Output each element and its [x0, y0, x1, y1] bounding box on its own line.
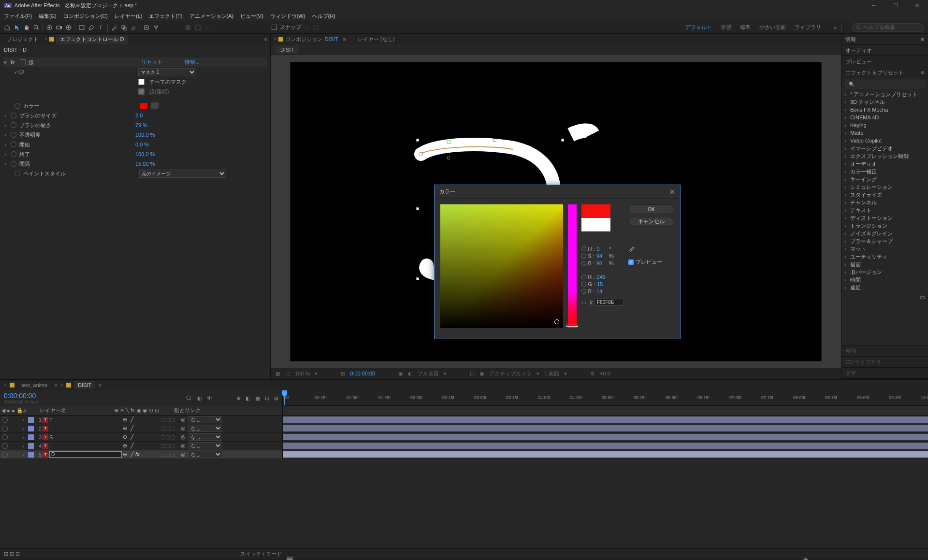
parent-link-select[interactable]: なし: [188, 442, 222, 449]
visibility-toggle[interactable]: [2, 452, 8, 458]
stopwatch-icon[interactable]: [11, 113, 16, 118]
effects-category[interactable]: ›キーイング: [844, 175, 925, 183]
folder-icon[interactable]: 🗀: [920, 294, 925, 300]
all-masks-checkbox[interactable]: [138, 79, 145, 85]
bezier-icon[interactable]: [204, 24, 211, 31]
effects-category[interactable]: ›マット: [844, 245, 925, 253]
cp-preview-checkbox[interactable]: ✓: [628, 259, 634, 265]
effects-category[interactable]: ›オーディオ: [844, 160, 925, 168]
col-layer-name[interactable]: レイヤー名: [40, 407, 112, 414]
cp-sv-picker[interactable]: [554, 319, 559, 324]
stopwatch-icon[interactable]: [14, 103, 20, 109]
prop-brushhard-value[interactable]: 79 %: [135, 122, 147, 128]
cp-saturation-value-area[interactable]: [440, 204, 563, 328]
camera-tool-icon[interactable]: [56, 24, 62, 31]
menu-item[interactable]: ファイル(F): [4, 13, 32, 20]
timeline-layer-row[interactable]: ›3TS⊕╱ ▢▢▢◎なし: [0, 433, 928, 442]
tab-effect-controls[interactable]: エフェクトコントロール D: [56, 35, 128, 44]
footer-icon[interactable]: ▢: [285, 371, 290, 377]
effects-category[interactable]: ›遠近: [844, 284, 925, 291]
orbit-tool-icon[interactable]: [46, 24, 53, 31]
workspace-tab[interactable]: デフォルト: [685, 24, 712, 31]
cp-h-value[interactable]: 0: [597, 246, 608, 252]
stopwatch-icon[interactable]: [11, 122, 16, 128]
tab-menu-icon[interactable]: ≡: [343, 36, 346, 42]
timeline-layer-row[interactable]: ›5T⊕╱ fx▢▢▢◎なし: [0, 450, 928, 459]
cp-s-radio[interactable]: [581, 254, 586, 258]
workspace-tab[interactable]: 標準: [740, 24, 751, 31]
menu-item[interactable]: ウィンドウ(W): [270, 13, 305, 20]
eyedropper-icon[interactable]: [151, 102, 159, 109]
cp-close-button[interactable]: ✕: [669, 188, 675, 196]
effects-category[interactable]: ›Keying: [844, 121, 925, 129]
timecode[interactable]: 0:00:00:00: [4, 392, 38, 400]
effects-category[interactable]: ›カラー補正: [844, 168, 925, 175]
prop-opacity-value[interactable]: 100.0 %: [135, 132, 155, 138]
prop-start-value[interactable]: 0.0 %: [135, 142, 149, 147]
clone-tool-icon[interactable]: [120, 24, 127, 31]
color-swatch[interactable]: [139, 102, 148, 109]
reset-link[interactable]: リセット: [141, 59, 162, 66]
zoom-value[interactable]: 100 %: [295, 371, 310, 376]
layer-color[interactable]: [28, 434, 34, 440]
cp-hex-input[interactable]: [594, 299, 624, 306]
info-link[interactable]: 情報...: [185, 59, 200, 66]
zoom-slider[interactable]: ⛰: [803, 556, 808, 560]
footer-icon[interactable]: ⊞: [341, 371, 345, 377]
tl-icon[interactable]: ◐: [197, 395, 202, 402]
toggle-icon[interactable]: ⊞: [4, 551, 8, 557]
panel-info[interactable]: 情報≡: [841, 34, 928, 44]
eraser-tool-icon[interactable]: [130, 24, 137, 31]
menu-item[interactable]: ビュー(V): [240, 13, 263, 20]
menu-item[interactable]: アニメーション(A): [189, 13, 234, 20]
parent-link-select[interactable]: なし: [188, 425, 222, 432]
minimize-button[interactable]: ─: [863, 0, 884, 11]
parent-link-select[interactable]: なし: [188, 451, 222, 458]
toggle-icon[interactable]: ⊟: [10, 551, 14, 557]
footer-icon[interactable]: ▣: [479, 371, 484, 377]
tl-icon[interactable]: ▦: [255, 395, 260, 402]
cp-g-radio[interactable]: [581, 282, 586, 287]
help-search[interactable]: ヘルプを検索: [852, 23, 924, 32]
cp-r-radio[interactable]: [581, 274, 586, 279]
quality-value[interactable]: フル画質: [418, 370, 439, 377]
footer-icon[interactable]: ⚙: [590, 371, 595, 377]
layer-bar[interactable]: [283, 434, 928, 440]
puppet-tool-icon[interactable]: [153, 24, 160, 31]
timeline-layer-row[interactable]: ›2TI⊕╱ ▢▢▢◎なし: [0, 424, 928, 433]
fx-badge[interactable]: fx: [11, 59, 15, 65]
search-icon[interactable]: [186, 395, 192, 402]
cp-cancel-button[interactable]: キャンセル: [628, 217, 674, 227]
brush-tool-icon[interactable]: [111, 24, 117, 31]
timeline-tab[interactable]: DISIT: [74, 381, 95, 389]
footer-icon[interactable]: ◉: [398, 371, 403, 377]
stopwatch-icon[interactable]: [11, 132, 16, 138]
tab-project[interactable]: プロジェクト: [3, 35, 43, 44]
rect-tool-icon[interactable]: [78, 24, 85, 31]
visibility-toggle[interactable]: [2, 434, 8, 440]
effects-category[interactable]: ›トランジション: [844, 222, 925, 230]
tab-menu-icon[interactable]: ≡: [54, 382, 57, 388]
cp-h-radio[interactable]: [581, 246, 586, 251]
timeline-layer-row[interactable]: ›4TI⊕╱ ▢▢▢◎なし: [0, 442, 928, 450]
effects-category[interactable]: ›スタイライズ: [844, 191, 925, 199]
prop-end-value[interactable]: 100.0 %: [135, 151, 155, 157]
menu-item[interactable]: コンポジション(C): [63, 13, 108, 20]
layer-color[interactable]: [28, 452, 34, 458]
tab-close-icon[interactable]: ×: [44, 36, 47, 42]
type-tool-icon[interactable]: T: [98, 24, 104, 31]
cp-ok-button[interactable]: OK: [628, 204, 674, 214]
effects-category[interactable]: ›ユーティリティ: [844, 253, 925, 260]
layer-bar[interactable]: [283, 443, 928, 449]
cp-s-value[interactable]: 94: [596, 253, 607, 259]
toggle-icon[interactable]: ⊡: [15, 551, 20, 557]
effects-category[interactable]: ›旧バージョン: [844, 268, 925, 276]
views-value[interactable]: 1 画面: [544, 370, 559, 377]
panel-effects-presets[interactable]: エフェクト＆プリセット≡: [841, 67, 928, 78]
stopwatch-icon[interactable]: [14, 171, 20, 176]
cp-b-radio[interactable]: [581, 261, 586, 266]
layer-name[interactable]: S: [49, 434, 122, 440]
stopwatch-icon[interactable]: [11, 151, 16, 157]
layer-color[interactable]: [28, 417, 34, 423]
panel-align[interactable]: 整列: [841, 345, 928, 356]
